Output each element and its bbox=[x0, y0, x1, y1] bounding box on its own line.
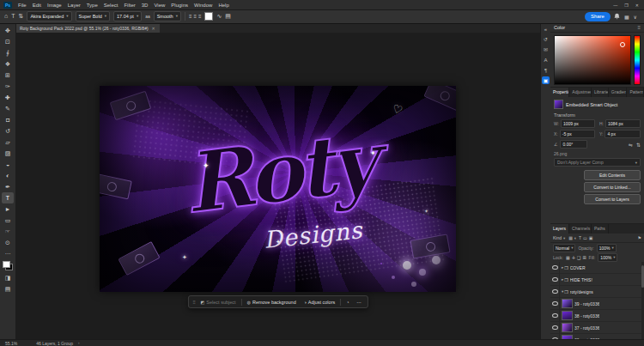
clone-stamp-tool[interactable]: ◘ bbox=[2, 114, 14, 125]
share-button[interactable]: Share bbox=[585, 12, 611, 21]
tab-properties[interactable]: Properties bbox=[550, 88, 569, 97]
align-right-icon[interactable]: ≡ bbox=[198, 14, 202, 19]
lock-position-icon[interactable]: ✛ bbox=[572, 255, 575, 260]
menu-plugins[interactable]: Plugins bbox=[171, 3, 188, 8]
menu-select[interactable]: Select bbox=[104, 3, 118, 8]
menu-edit[interactable]: Edit bbox=[33, 3, 41, 8]
eraser-tool[interactable]: ▱ bbox=[2, 137, 14, 148]
tab-channels[interactable]: Channels bbox=[569, 224, 592, 234]
menu-layer[interactable]: Layer bbox=[68, 3, 81, 8]
foreground-color-swatch[interactable] bbox=[3, 261, 10, 268]
antialias-select[interactable]: Smooth ▾ bbox=[154, 11, 181, 21]
brush-tool[interactable]: ✎ bbox=[2, 103, 14, 114]
maximize-icon[interactable]: ❐ bbox=[624, 3, 628, 8]
adjust-colors-button[interactable]: ◑ Adjust colors bbox=[301, 299, 338, 306]
hue-slider[interactable] bbox=[634, 35, 641, 85]
visibility-cell[interactable] bbox=[550, 310, 560, 321]
character-panel-icon[interactable]: A bbox=[542, 56, 550, 64]
warp-text-icon[interactable]: ∿ bbox=[216, 12, 222, 21]
font-family-select[interactable]: Akira Expanded ▾ bbox=[27, 11, 71, 21]
menu-file[interactable]: File bbox=[18, 3, 27, 8]
layer-row[interactable]: 37 - roty0336 bbox=[550, 322, 644, 334]
crop-tool[interactable]: ⊞ bbox=[2, 70, 14, 81]
zoom-level[interactable]: 55.1% bbox=[5, 341, 17, 346]
select-subject-button[interactable]: ◩ Select subject bbox=[198, 299, 239, 306]
convert-to-layers-button[interactable]: Convert to Layers bbox=[584, 194, 641, 204]
edit-contents-button[interactable]: Edit Contents bbox=[584, 170, 641, 180]
layer-name[interactable]: HIDE THIS! bbox=[570, 277, 592, 282]
expand-panels-icon[interactable]: « bbox=[542, 25, 550, 33]
healing-brush-tool[interactable]: ✚ bbox=[2, 92, 14, 103]
paragraph-panel-icon[interactable]: ¶ bbox=[542, 66, 550, 74]
layer-thumbnail[interactable] bbox=[562, 299, 573, 308]
fill-select[interactable]: 100% ▾ bbox=[598, 253, 617, 262]
width-field[interactable]: 1009 px bbox=[561, 119, 595, 128]
layer-row[interactable]: 39 - roty0336 bbox=[550, 298, 644, 310]
visibility-cell[interactable] bbox=[550, 274, 560, 285]
menu-help[interactable]: Help bbox=[218, 3, 228, 8]
bell-icon[interactable] bbox=[614, 13, 620, 20]
chevron-icon[interactable]: ∨ bbox=[634, 14, 637, 20]
text-color-swatch[interactable] bbox=[204, 12, 213, 21]
shape-tool[interactable]: ▭ bbox=[2, 215, 14, 226]
layer-name[interactable]: 37 - roty0336 bbox=[574, 325, 599, 331]
filter-pixel-icon[interactable]: ▦ bbox=[568, 235, 573, 240]
tab-patterns[interactable]: Patterns bbox=[627, 88, 644, 97]
text-orientation-icon[interactable]: ⇅ bbox=[19, 12, 24, 21]
filter-adjustment-icon[interactable]: ◐ bbox=[574, 235, 577, 240]
lock-artboard-icon[interactable]: ❑ bbox=[577, 255, 580, 260]
close-icon[interactable]: ✕ bbox=[635, 3, 639, 8]
history-panel-icon[interactable]: ↺ bbox=[542, 35, 550, 43]
layer-name[interactable]: 39 - roty0336 bbox=[574, 301, 599, 307]
font-style-select[interactable]: Super Bold ▾ bbox=[76, 11, 110, 21]
blend-mode-select[interactable]: Normal ▾ bbox=[553, 244, 575, 252]
menu-view[interactable]: View bbox=[154, 3, 165, 8]
layer-thumbnail[interactable] bbox=[562, 311, 573, 320]
panel-menu-icon[interactable]: ≡ bbox=[637, 25, 641, 30]
chevron-right-icon[interactable]: › bbox=[78, 341, 80, 345]
blur-tool[interactable]: ◒ bbox=[2, 159, 14, 170]
adjustments-icon[interactable]: ◔ bbox=[343, 299, 351, 306]
history-brush-tool[interactable]: ↺ bbox=[2, 125, 14, 137]
menu-type[interactable]: Type bbox=[87, 3, 98, 8]
menu-window[interactable]: Window bbox=[194, 3, 212, 8]
remove-background-button[interactable]: ◍ Remove background bbox=[245, 299, 299, 306]
lock-all-icon[interactable]: ⊞ bbox=[582, 255, 586, 260]
font-size-select[interactable]: 17.04 pt ▾ bbox=[113, 11, 142, 21]
minimize-icon[interactable]: — bbox=[613, 3, 617, 8]
height-field[interactable]: 1084 px bbox=[605, 119, 641, 128]
marquee-tool[interactable]: ⊡ bbox=[2, 36, 14, 47]
close-tab-icon[interactable]: ✕ bbox=[152, 26, 155, 31]
tab-color[interactable]: Color bbox=[554, 25, 565, 30]
menu-filter[interactable]: Filter bbox=[124, 3, 135, 8]
saturation-brightness-map[interactable] bbox=[554, 35, 631, 85]
lock-pixels-icon[interactable]: ▦ bbox=[566, 255, 570, 260]
drag-grip-icon[interactable]: ⠿ bbox=[192, 300, 196, 305]
hand-tool[interactable]: ☞ bbox=[2, 226, 14, 237]
type-tool-preset-icon[interactable]: T bbox=[11, 12, 15, 21]
menu-3d[interactable]: 3D bbox=[142, 3, 149, 8]
align-center-icon[interactable]: ≡ bbox=[193, 14, 197, 19]
align-left-icon[interactable]: ≡ bbox=[189, 14, 192, 19]
layer-row[interactable]: ▾ ❐ roty/designs bbox=[550, 286, 644, 298]
filter-shape-icon[interactable]: ▭ bbox=[583, 235, 587, 240]
angle-field[interactable]: 0.00° bbox=[560, 140, 587, 149]
tab-libraries[interactable]: Libraries bbox=[592, 88, 609, 97]
more-options-icon[interactable]: ⋯ bbox=[355, 299, 365, 306]
x-field[interactable]: -5 px bbox=[560, 130, 595, 138]
dodge-tool[interactable]: ◐ bbox=[2, 170, 14, 181]
chevron-down-icon[interactable]: ▾ bbox=[562, 289, 563, 294]
toggle-panels-icon[interactable]: ▤ bbox=[225, 12, 231, 21]
document-tab[interactable]: Roty Background Pack 2022.psd @ 55.1% (2… bbox=[15, 23, 160, 33]
move-tool[interactable]: ✥ bbox=[2, 25, 14, 36]
comments-panel-icon[interactable]: ✉ bbox=[542, 46, 550, 53]
quick-mask-button[interactable]: ◨ bbox=[2, 272, 14, 283]
tab-gradients[interactable]: Gradients bbox=[609, 88, 628, 97]
layer-comp-select[interactable]: Don't Apply Layer Comp ▾ bbox=[554, 158, 641, 167]
kind-filter-select[interactable]: Kind bbox=[553, 235, 562, 240]
tab-adjustments[interactable]: Adjustments bbox=[569, 88, 592, 97]
tab-layers[interactable]: Layers bbox=[550, 224, 569, 234]
canvas-area[interactable]: Roty Designs ♡ ✦ ✦ ✦ ✦ ✦ ⠿ ◩ Select subj… bbox=[15, 33, 541, 340]
eyedropper-tool[interactable]: ✑ bbox=[2, 81, 14, 92]
chevron-right-icon[interactable]: ▸ bbox=[562, 277, 563, 282]
